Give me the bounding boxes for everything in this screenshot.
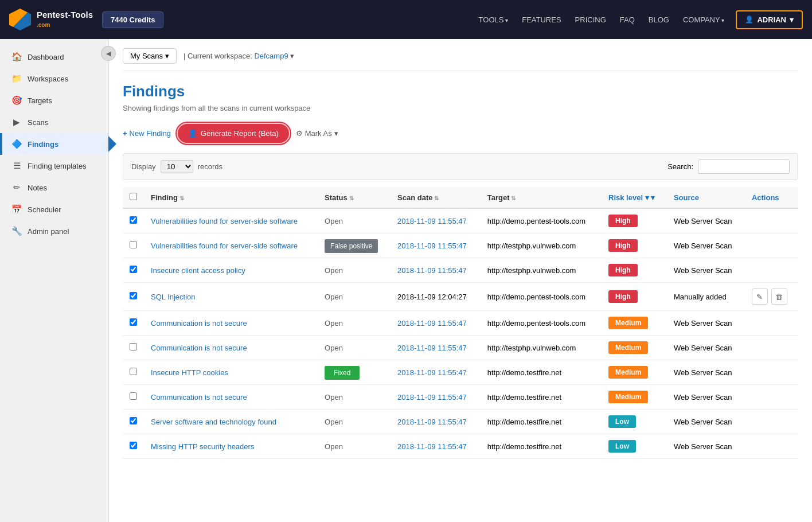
col-status[interactable]: Status [318,187,391,208]
sidebar-label-scans: Scans [28,118,48,127]
nav-tools[interactable]: TOOLS [479,15,509,24]
scan-date-link[interactable]: 2018-11-09 11:55:47 [397,344,467,352]
records-per-page-select[interactable]: 10 25 50 100 [161,160,193,173]
search-label: Search: [667,162,693,171]
search-input[interactable] [698,159,790,174]
target-cell: http://testphp.vulnweb.com [481,258,602,283]
row-checkbox[interactable] [130,318,137,326]
scan-date-link[interactable]: 2018-11-09 11:55:47 [397,217,467,225]
delete-icon[interactable]: 🗑 [771,289,787,305]
col-scan-date[interactable]: Scan date [391,187,481,208]
scan-date-link[interactable]: 2018-11-09 11:55:47 [397,442,467,451]
generate-report-button[interactable]: 👤 Generate Report (Beta) [178,124,289,143]
status-cell: Open [318,311,391,336]
status-badge: Open [325,319,343,328]
sidebar-toggle[interactable]: ◀ [101,46,116,61]
workspaces-icon: 📁 [11,73,22,84]
actions-cell [745,208,798,233]
status-cell: Open [318,410,391,434]
source-cell: Web Server Scan [667,360,745,385]
sidebar-item-notes[interactable]: ✏ Notes [0,177,108,198]
col-risk-level[interactable]: Risk level ▾ [602,187,667,208]
records-label: records [198,162,222,171]
row-checkbox[interactable] [130,417,137,424]
col-target[interactable]: Target [481,187,602,208]
nav-faq[interactable]: FAQ [620,15,635,24]
edit-icon[interactable]: ✎ [752,289,768,305]
nav-blog[interactable]: BLOG [649,15,669,24]
findings-table: Finding Status Scan date Target Risk lev… [123,187,798,459]
source-cell: Web Server Scan [667,311,745,336]
scan-date-link[interactable]: 2018-11-09 11:55:47 [397,368,467,377]
scan-date-link[interactable]: 2018-11-09 11:55:47 [397,393,467,402]
display-label: Display [131,162,156,171]
sidebar-item-dashboard[interactable]: 🏠 Dashboard [0,46,108,68]
my-scans-button[interactable]: My Scans ▾ [123,48,177,64]
sidebar-item-findings[interactable]: 🔷 Findings [0,133,108,155]
col-finding[interactable]: Finding [144,187,318,208]
finding-link[interactable]: Communication is not secure [151,319,247,328]
scan-date-cell: 2018-11-09 11:55:47 [391,360,481,385]
select-all-checkbox[interactable] [130,193,137,200]
status-cell: Open [318,434,391,459]
finding-link[interactable]: Vulnerabilities found for server-side so… [151,217,298,225]
scan-date-link[interactable]: 2018-11-09 11:55:47 [397,241,467,250]
new-finding-button[interactable]: New Finding [123,129,171,138]
row-checkbox[interactable] [130,266,137,273]
sidebar-item-scans[interactable]: ▶ Scans [0,111,108,133]
workspace-name[interactable]: Defcamp9 [254,52,288,60]
chevron-down-icon: ▾ [334,129,338,138]
finding-link[interactable]: Missing HTTP security headers [151,442,254,451]
target-cell: http://demo.pentest-tools.com [481,208,602,233]
logo[interactable]: Pentest-Tools.com [9,9,93,30]
scan-date-link[interactable]: 2018-11-09 11:55:47 [397,418,467,426]
nav-features[interactable]: FEATURES [522,15,561,24]
nav-pricing[interactable]: PRICING [575,15,606,24]
user-menu-button[interactable]: ADRIAN ▾ [736,10,803,29]
row-checkbox[interactable] [130,392,137,400]
risk-cell: Medium [602,385,667,410]
source-cell: Web Server Scan [667,233,745,258]
row-checkbox[interactable] [130,292,137,299]
status-cell: Fixed [318,360,391,385]
scan-date-link[interactable]: 2018-11-09 11:55:47 [397,266,467,275]
sidebar-item-scheduler[interactable]: 📅 Scheduler [0,198,108,220]
row-checkbox[interactable] [130,241,137,248]
finding-link[interactable]: Communication is not secure [151,393,247,402]
sidebar-item-workspaces[interactable]: 📁 Workspaces [0,68,108,89]
mark-as-button[interactable]: ⚙ Mark As ▾ [296,129,338,138]
source-cell: Web Server Scan [667,434,745,459]
row-checkbox[interactable] [130,442,137,449]
source-cell: Web Server Scan [667,385,745,410]
actions-cell [745,360,798,385]
sidebar-item-targets[interactable]: 🎯 Targets [0,89,108,111]
credits-badge[interactable]: 7440 Credits [102,11,163,28]
col-actions: Actions [745,187,798,208]
actions-cell [745,434,798,459]
finding-link[interactable]: Insecure HTTP cookies [151,368,228,377]
risk-badge: High [608,239,638,252]
nav-company[interactable]: COMPANY [683,15,725,24]
source-cell: Web Server Scan [667,410,745,434]
row-checkbox[interactable] [130,216,137,224]
sidebar-item-finding-templates[interactable]: ☰ Finding templates [0,155,108,177]
finding-cell: Vulnerabilities found for server-side so… [144,208,318,233]
table-row: SQL InjectionOpen2018-11-09 12:04:27http… [123,283,798,311]
table-row: Vulnerabilities found for server-side so… [123,208,798,233]
scan-date-cell: 2018-11-09 11:55:47 [391,385,481,410]
row-checkbox[interactable] [130,368,137,375]
finding-link[interactable]: Vulnerabilities found for server-side so… [151,241,298,250]
table-row: Insecure HTTP cookiesFixed2018-11-09 11:… [123,360,798,385]
risk-cell: Medium [602,311,667,336]
finding-link[interactable]: Communication is not secure [151,344,247,352]
scan-date-cell: 2018-11-09 11:55:47 [391,311,481,336]
scan-date-link[interactable]: 2018-11-09 11:55:47 [397,319,467,328]
actions-cell [745,336,798,360]
row-checkbox[interactable] [130,343,137,350]
finding-link[interactable]: Insecure client access policy [151,266,245,275]
finding-link[interactable]: Server software and technology found [151,418,276,426]
sidebar-item-admin-panel[interactable]: 🔧 Admin panel [0,220,108,242]
page-subtitle: Showing findings from all the scans in c… [123,104,798,112]
finding-link[interactable]: SQL Injection [151,293,196,301]
top-navigation: Pentest-Tools.com 7440 Credits TOOLS FEA… [0,0,812,39]
